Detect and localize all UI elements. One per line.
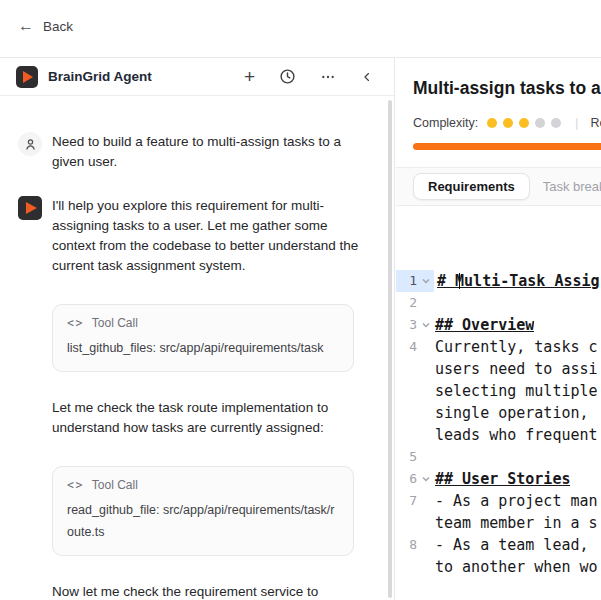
readiness-progress-bar [413,143,601,150]
play-icon [26,202,37,214]
code-text-h2[interactable]: ## User Stories [434,468,570,490]
code-text[interactable]: leads who frequent [434,424,598,446]
collapse-panel-icon[interactable] [360,70,374,84]
tool-call-label: Tool Call [92,316,138,330]
tab-task-breakdown[interactable]: Task breakdown [543,179,601,194]
complexity-dot-filled [519,118,529,128]
line-number: 4 [403,336,417,358]
fold-chevron-icon[interactable] [419,319,432,332]
fold-chevron-icon[interactable] [419,473,432,486]
message-text: Let me check the task route implementati… [52,398,376,438]
message-text: Need to build a feature to multi-assign … [52,132,370,172]
code-text[interactable]: team member in a s [434,512,598,534]
meta-divider: | [575,116,578,130]
fold-chevron-icon[interactable] [419,275,432,288]
code-text[interactable] [434,292,435,314]
complexity-dot-empty [551,118,561,128]
tab-requirements[interactable]: Requirements [413,173,530,200]
assistant-avatar-icon [18,196,42,220]
user-avatar-icon [18,132,42,156]
text-cursor [459,273,461,289]
line-number: 7 [403,490,417,512]
tool-call-detail: list_github_files: src/app/api/requireme… [67,337,339,359]
more-options-icon[interactable] [320,69,336,85]
code-text[interactable]: selecting multiple [434,380,598,402]
code-brackets-icon: <> [67,478,84,492]
play-icon [23,71,33,83]
code-line[interactable]: 7 - As a project man [396,490,601,512]
requirement-meta: Complexity: | Readiness: [413,116,601,130]
complexity-dot-filled [503,118,513,128]
code-line[interactable]: leads who frequent [396,424,601,446]
complexity-dots [487,118,561,128]
code-line[interactable]: single operation, [396,402,601,424]
code-text[interactable]: to another when wo [434,556,598,578]
complexity-dot-empty [535,118,545,128]
code-line[interactable]: 4 Currently, tasks c [396,336,601,358]
tool-call-header: <> Tool Call [67,478,339,492]
markdown-editor[interactable]: 1 # Multi-Task Assig 2 3 ## Overview 4 C… [396,270,601,578]
tool-call-card[interactable]: <> Tool Call list_github_files: src/app/… [52,304,354,372]
chat-message-assistant: I'll help you explore this requirement f… [18,196,370,276]
back-button[interactable]: ← Back [18,18,73,34]
chat-message-user: Need to build a feature to multi-assign … [18,132,370,172]
app-window: ← Back BrainGrid Agent + [0,0,601,600]
message-text: Now let me check the requirement service… [52,582,376,600]
line-number: 6 [403,468,417,490]
code-text[interactable] [434,446,435,468]
code-text[interactable]: - As a project man [434,490,598,512]
tool-call-card[interactable]: <> Tool Call read_github_file: src/app/a… [52,466,354,556]
agent-chat-panel: BrainGrid Agent + Need to bui [0,57,395,600]
code-text-h2[interactable]: ## Overview [434,314,534,336]
agent-panel-title: BrainGrid Agent [48,69,244,84]
message-text: I'll help you explore this requirement f… [52,196,370,276]
braingrid-logo [16,66,38,88]
code-line[interactable]: 5 [396,446,601,468]
tool-call-detail: read_github_file: src/app/api/requiremen… [67,499,339,543]
code-line[interactable]: selecting multiple [396,380,601,402]
detail-tabs: Requirements Task breakdown [396,167,601,206]
complexity-label: Complexity: [413,116,478,130]
code-text[interactable]: - As a team lead, [434,534,598,556]
code-line[interactable]: team member in a s [396,512,601,534]
tool-call-label: Tool Call [92,478,138,492]
code-line[interactable]: users need to assi [396,358,601,380]
readiness-label: Readiness: [590,116,601,130]
code-brackets-icon: <> [67,316,84,330]
code-line[interactable]: 2 [396,292,601,314]
agent-panel-header: BrainGrid Agent + [0,58,394,96]
history-icon[interactable] [279,68,296,85]
chat-scrollbar[interactable] [388,100,392,598]
line-number: 1 [403,270,417,292]
tool-call-header: <> Tool Call [67,316,339,330]
code-text[interactable]: users need to assi [434,358,598,380]
code-line[interactable]: 6 ## User Stories [396,468,601,490]
requirement-detail-panel: Multi-assign tasks to a u Complexity: | … [396,57,601,600]
line-gutter-active: 1 [396,270,434,292]
line-number: 3 [403,314,417,336]
requirement-title: Multi-assign tasks to a u [413,78,601,99]
chat-transcript: Need to build a feature to multi-assign … [0,96,394,600]
code-line[interactable]: 1 # Multi-Task Assig [396,270,601,292]
code-text[interactable]: single operation, [434,402,598,424]
back-arrow-icon: ← [18,18,34,34]
code-line[interactable]: 8 - As a team lead, [396,534,601,556]
line-number: 8 [403,534,417,556]
code-text[interactable]: Currently, tasks c [434,336,598,358]
code-line[interactable]: 3 ## Overview [396,314,601,336]
new-chat-button[interactable]: + [244,67,255,86]
line-number: 5 [403,446,417,468]
code-line[interactable]: to another when wo [396,556,601,578]
complexity-dot-filled [487,118,497,128]
line-number: 2 [403,292,417,314]
back-label: Back [43,19,73,34]
